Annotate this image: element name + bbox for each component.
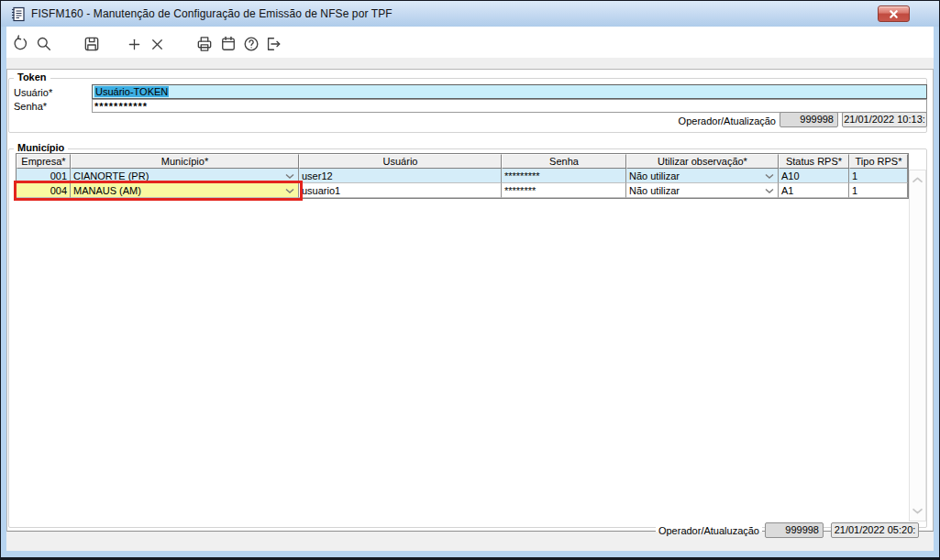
add-button[interactable] xyxy=(124,34,144,54)
cell-observacao-value: Não utilizar xyxy=(629,170,680,181)
help-icon xyxy=(242,35,260,53)
col-header-usuario[interactable]: Usuário xyxy=(299,154,502,169)
help-button[interactable] xyxy=(241,34,261,54)
token-group-label: Token xyxy=(14,71,50,83)
exit-button[interactable] xyxy=(263,34,283,54)
col-header-senha[interactable]: Senha xyxy=(502,154,626,169)
municipio-groupbox xyxy=(8,148,927,528)
close-icon xyxy=(889,9,899,19)
window-border-right xyxy=(934,27,939,557)
cell-usuario[interactable]: user12 xyxy=(299,169,502,183)
cell-observacao-dropdown[interactable]: Não utilizar xyxy=(626,169,779,183)
app-window: FISFM160 - Manutenção de Configuração de… xyxy=(1,1,939,557)
undo-button[interactable] xyxy=(10,34,30,54)
chevron-down-icon xyxy=(765,188,774,194)
usuario-token-input[interactable]: Usuário-TOKEN xyxy=(92,84,927,99)
cell-tipo-rps[interactable]: 1 xyxy=(849,183,908,198)
window-border-left xyxy=(1,27,6,557)
save-button[interactable] xyxy=(82,34,102,54)
app-frame: FISFM160 - Manutenção de Configuração de… xyxy=(0,0,940,560)
token-updated-at: 21/01/2022 10:13: xyxy=(842,112,927,127)
cell-municipio-dropdown[interactable]: MANAUS (AM) xyxy=(71,183,299,198)
footer-operador-value: 999998 xyxy=(765,522,824,538)
col-header-municipio[interactable]: Município* xyxy=(71,154,299,169)
col-header-empresa[interactable]: Empresa* xyxy=(17,154,71,169)
close-button[interactable] xyxy=(878,5,910,22)
cell-empresa[interactable]: 001 xyxy=(17,169,71,183)
municipio-table: Empresa* Município* Usuário Senha Utiliz… xyxy=(16,153,909,199)
footer-updated-at: 21/01/2022 05:20: xyxy=(831,522,919,538)
usuario-token-label: Usuário* xyxy=(14,86,52,99)
table-row-selected: 004 MANAUS (AM) usuario1 ******** Não ut… xyxy=(17,183,908,198)
cell-observacao-value: Não utilizar xyxy=(629,185,680,196)
chevron-down-icon xyxy=(285,188,294,194)
table-row: 001 CIANORTE (PR) user12 ********* Não u… xyxy=(17,169,908,183)
cell-usuario[interactable]: usuario1 xyxy=(299,183,502,198)
search-icon xyxy=(35,35,53,53)
chevron-down-icon xyxy=(912,508,923,515)
cell-tipo-rps[interactable]: 1 xyxy=(849,169,908,183)
senha-token-input[interactable]: *********** xyxy=(92,99,927,113)
toolbar xyxy=(1,27,939,58)
undo-icon xyxy=(11,35,29,53)
cell-observacao-dropdown[interactable]: Não utilizar xyxy=(626,183,779,198)
cell-status-rps[interactable]: A1 xyxy=(779,183,849,198)
chevron-down-icon xyxy=(765,173,774,180)
cell-senha[interactable]: ******** xyxy=(502,183,626,198)
calendar-button[interactable] xyxy=(218,34,238,54)
scroll-down-button[interactable] xyxy=(910,504,925,519)
window-border-bottom xyxy=(1,551,939,557)
chevron-down-icon xyxy=(285,173,294,180)
col-header-observacao[interactable]: Utilizar observação* xyxy=(626,154,779,169)
search-button[interactable] xyxy=(34,34,54,54)
token-operador-label: Operador/Atualização xyxy=(679,115,776,127)
document-icon xyxy=(10,6,26,22)
printer-icon xyxy=(195,35,214,53)
save-icon xyxy=(83,35,101,53)
delete-button[interactable] xyxy=(147,34,167,54)
col-header-tipo-rps[interactable]: Tipo RPS* xyxy=(849,154,908,169)
cell-municipio-value: CIANORTE (PR) xyxy=(73,170,149,181)
table-header-row: Empresa* Município* Usuário Senha Utiliz… xyxy=(17,154,908,169)
scroll-up-button[interactable] xyxy=(910,172,925,187)
vertical-scrollbar[interactable] xyxy=(909,170,926,522)
senha-token-label: Senha* xyxy=(14,100,47,113)
x-icon xyxy=(149,36,166,53)
cell-empresa[interactable]: 004 xyxy=(17,183,71,198)
calendar-icon xyxy=(219,35,238,53)
cell-municipio-dropdown[interactable]: CIANORTE (PR) xyxy=(71,169,299,183)
toolbar-separator xyxy=(1,58,939,69)
print-button[interactable] xyxy=(194,34,215,54)
cell-municipio-value: MANAUS (AM) xyxy=(73,185,141,196)
footer-operador-label: Operador/Atualuzação xyxy=(656,524,762,537)
cell-senha[interactable]: ********* xyxy=(502,169,626,183)
token-operador-value: 999998 xyxy=(780,112,838,127)
window-title: FISFM160 - Manutenção de Configuração de… xyxy=(31,7,393,20)
title-bar: FISFM160 - Manutenção de Configuração de… xyxy=(1,1,939,27)
plus-icon xyxy=(126,36,143,53)
usuario-token-value: Usuário-TOKEN xyxy=(94,86,169,97)
cell-status-rps[interactable]: A10 xyxy=(779,169,849,183)
chevron-up-icon xyxy=(912,176,923,183)
exit-icon xyxy=(264,35,282,53)
col-header-status-rps[interactable]: Status RPS* xyxy=(779,154,849,169)
